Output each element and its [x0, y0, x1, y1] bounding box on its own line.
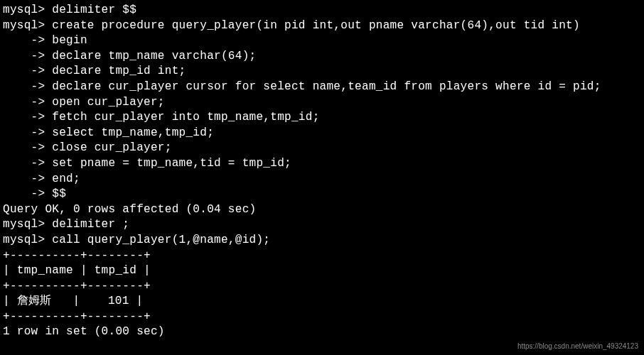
terminal-line: -> $$ — [3, 187, 641, 202]
terminal-line: | tmp_name | tmp_id | — [3, 263, 641, 279]
terminal-line: +----------+--------+ — [3, 279, 641, 295]
watermark-text: https://blog.csdn.net/weixin_49324123 — [517, 342, 638, 351]
terminal-line: 1 row in set (0.00 sec) — [3, 324, 641, 340]
terminal-line: | 詹姆斯 | 101 | — [3, 294, 641, 310]
terminal-line: -> declare cur_player cursor for select … — [3, 80, 641, 95]
terminal-line: -> declare tmp_name varchar(64); — [3, 49, 641, 65]
terminal-line: mysql> delimiter $$ — [3, 3, 641, 18]
terminal-line: Query OK, 0 rows affected (0.04 sec) — [3, 202, 641, 218]
terminal-line: +----------+--------+ — [3, 248, 641, 264]
terminal-line: mysql> call query_player(1,@name,@id); — [3, 233, 641, 248]
terminal-line: -> end; — [3, 172, 641, 187]
terminal-line: -> select tmp_name,tmp_id; — [3, 126, 641, 141]
terminal-line: -> set pname = tmp_name,tid = tmp_id; — [3, 156, 641, 172]
terminal-line: mysql> create procedure query_player(in … — [3, 18, 641, 34]
terminal-line: -> close cur_player; — [3, 141, 641, 156]
terminal-line: -> open cur_player; — [3, 95, 641, 111]
terminal-line: +----------+--------+ — [3, 310, 641, 325]
terminal-output: mysql> delimiter $$ mysql> create proced… — [3, 3, 641, 340]
terminal-line: mysql> delimiter ; — [3, 217, 641, 233]
terminal-line: -> fetch cur_player into tmp_name,tmp_id… — [3, 110, 641, 126]
terminal-line: -> declare tmp_id int; — [3, 64, 641, 80]
terminal-line: -> begin — [3, 33, 641, 49]
